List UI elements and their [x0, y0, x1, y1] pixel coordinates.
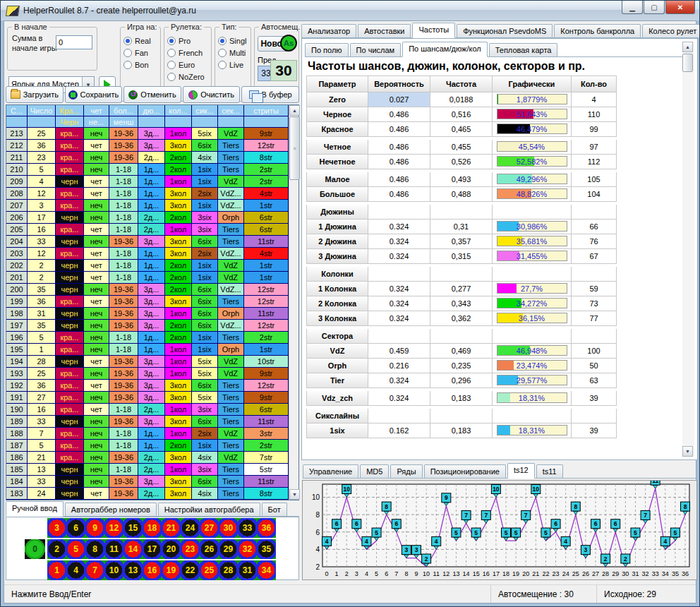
table-row[interactable]: 18933черннеч19-363д...3кол6sixTiers11str [6, 416, 289, 428]
tab-main-2[interactable]: Автоставки [358, 24, 411, 37]
tab-main-3[interactable]: Частоты [412, 23, 455, 38]
table-row[interactable]: 2012чернчет1-181д...2кол1sixVdZ1str [6, 272, 289, 284]
number-button-1[interactable]: 1 [47, 560, 66, 580]
radio-option-singl[interactable]: Singl [218, 37, 248, 45]
tab-freq-4[interactable]: Тепловая карта [489, 43, 558, 56]
radio-option-nozero[interactable]: NoZero [167, 73, 208, 81]
number-button-27[interactable]: 27 [200, 518, 219, 538]
number-button-24[interactable]: 24 [181, 518, 200, 538]
number-button-17[interactable]: 17 [143, 539, 162, 559]
number-button-7[interactable]: 7 [85, 560, 104, 580]
number-button-26[interactable]: 26 [200, 539, 219, 559]
tab-chart-3[interactable]: Ряды [390, 464, 422, 478]
radio-option-french[interactable]: French [167, 49, 208, 57]
table-row[interactable]: 1887кра...неч1-181д...1кол2sixVdZ3str [6, 428, 289, 440]
number-button-31[interactable]: 31 [238, 560, 257, 580]
radio-option-live[interactable]: Live [218, 61, 248, 69]
tab-chart-5[interactable]: ts12 [507, 463, 535, 479]
number-button-12[interactable]: 12 [104, 518, 123, 538]
table-row[interactable]: 2073кра...неч1-181д...3кол1sixVdZ...1str [6, 200, 289, 212]
frequencies-scrollbar[interactable]: ▲ ▼ [682, 42, 694, 457]
table-row[interactable]: 18621кра...неч19-362д...3кол4sixVdZ7str [6, 452, 289, 464]
number-button-36[interactable]: 36 [257, 518, 276, 538]
tab-input-1[interactable]: Ручной ввод [6, 501, 64, 517]
number-button-9[interactable]: 9 [85, 518, 104, 538]
minimize-button[interactable]: ▁ [622, 1, 643, 14]
table-row[interactable]: 21236кра...чет19-363д...3кол6sixTiers12s… [6, 140, 289, 152]
table-row[interactable]: 20312кра...чет1-181д...3кол2sixVdZ...4st… [6, 248, 289, 260]
number-button-14[interactable]: 14 [123, 539, 143, 559]
number-button-4[interactable]: 4 [66, 560, 85, 580]
number-button-5[interactable]: 5 [66, 539, 85, 559]
tab-input-3[interactable]: Настройки автограббера [158, 503, 260, 516]
number-button-23[interactable]: 23 [181, 539, 200, 559]
table-row[interactable]: 1965кра...неч1-181д...2кол1sixTiers2str [6, 332, 289, 344]
tab-input-4[interactable]: Бот [262, 503, 287, 516]
загрузить-button[interactable]: Загрузить [6, 86, 64, 103]
number-button-20[interactable]: 20 [162, 539, 181, 559]
number-button-6[interactable]: 6 [66, 518, 85, 538]
scroll-up-icon[interactable]: ▲ [682, 42, 693, 52]
table-row[interactable]: 19936кра...чет19-363д...3кол6sixTiers12s… [6, 296, 289, 308]
tab-chart-1[interactable]: Управление [303, 464, 358, 478]
tab-main-1[interactable]: Анализатор [301, 24, 356, 37]
radio-option-euro[interactable]: Euro [167, 61, 208, 69]
number-button-15[interactable]: 15 [123, 518, 143, 538]
number-button-11[interactable]: 11 [104, 539, 123, 559]
number-button-16[interactable]: 16 [143, 560, 162, 580]
table-row[interactable]: 21325кра...неч19-363д...1кол5sixVdZ9str [6, 128, 289, 140]
tab-chart-6[interactable]: ts11 [536, 464, 563, 478]
number-button-21[interactable]: 21 [162, 518, 181, 538]
table-row[interactable]: 19016кра...чет1-182д...1кол3sixTiers6str [6, 404, 289, 416]
number-button-29[interactable]: 29 [219, 539, 238, 559]
scroll-down-icon[interactable]: ▼ [289, 489, 300, 500]
table-row[interactable]: 21123кра...неч19-362д...2кол4sixTiers8st… [6, 152, 289, 164]
number-button-34[interactable]: 34 [257, 560, 276, 580]
table-row[interactable]: 20035черннеч19-363д...2кол6sixVdZ...12st… [6, 284, 289, 296]
table-row[interactable]: 18513черннеч1-182д...1кол3sixTiers5str [6, 464, 289, 476]
number-button-19[interactable]: 19 [162, 560, 181, 580]
number-button-35[interactable]: 35 [257, 539, 276, 559]
number-button-33[interactable]: 33 [238, 518, 257, 538]
scroll-up-icon[interactable]: ▲ [289, 105, 300, 116]
table-row[interactable]: 2022чернчет1-181д...2кол1sixVdZ1str [6, 260, 289, 272]
radio-option-pro[interactable]: Pro [167, 37, 208, 45]
table-row[interactable]: 2105кра...неч1-181д...2кол1sixTiers2str [6, 164, 289, 176]
table-row[interactable]: 2094чернчет1-181д...1кол1sixVdZ2str [6, 176, 289, 188]
number-button-3[interactable]: 3 [47, 518, 66, 538]
tab-main-4[interactable]: Функционал PsevdoMS [457, 24, 553, 37]
radio-option-bon[interactable]: Bon [123, 61, 157, 69]
radio-option-fan[interactable]: Fan [123, 49, 157, 57]
number-button-8[interactable]: 8 [85, 539, 104, 559]
maximize-button[interactable]: ▢ [644, 1, 665, 14]
start-sum-input[interactable] [56, 35, 92, 49]
tab-input-2[interactable]: Автограббер номеров [65, 503, 157, 516]
table-row[interactable]: 19325кра...неч19-363д...1кол5sixVdZ9str [6, 368, 289, 380]
tab-chart-4[interactable]: Позиционирование [424, 464, 506, 478]
tab-freq-1[interactable]: По полю [305, 43, 349, 56]
scrollbar-thumb[interactable]: ≡ [289, 116, 300, 180]
scroll-down-icon[interactable]: ▼ [682, 446, 693, 457]
очистить-button[interactable]: Очистить [183, 86, 241, 103]
tab-main-6[interactable]: Колесо рулет [642, 24, 700, 37]
number-button-10[interactable]: 10 [104, 560, 123, 580]
table-row[interactable]: 20812кра...чет1-181д...3кол2sixVdZ...4st… [6, 188, 289, 200]
tab-main-5[interactable]: Контроль банкролла [554, 24, 641, 37]
close-button[interactable]: ✕ [665, 1, 695, 14]
number-button-2[interactable]: 2 [47, 539, 66, 559]
table-row[interactable]: 20433черннеч19-363д...3кол6sixTiers11str [6, 236, 289, 248]
table-row[interactable]: 19735черннеч19-363д...2кол6sixVdZ...12st… [6, 320, 289, 332]
as-badge[interactable]: As [280, 35, 297, 52]
number-button-18[interactable]: 18 [143, 518, 162, 538]
table-row[interactable]: 18433черннеч19-363д...3кол6sixTiers11str [6, 476, 289, 488]
tab-freq-2[interactable]: По числам [350, 43, 402, 56]
table-row[interactable]: 1951кра...неч1-181д...1кол1sixOrph1str [6, 344, 289, 356]
radio-option-real[interactable]: Real [123, 37, 157, 45]
table-row[interactable]: 19831черннеч19-363д...1кол6sixOrph11str [6, 308, 289, 320]
table-row[interactable]: 20516кра...чет1-182д...1кол3sixTiers6str [6, 224, 289, 236]
table-row[interactable]: 18324чернчет19-362д...3кол4sixTiers8str [6, 488, 289, 500]
history-scrollbar[interactable]: ▲ ≡ ▼ [289, 105, 298, 500]
table-row[interactable]: 1875кра...неч1-181д...2кол1sixTiers2str [6, 440, 289, 452]
tab-freq-3[interactable]: По шансам/дюж/кол [402, 42, 488, 57]
scrollbar-thumb[interactable] [682, 54, 693, 72]
